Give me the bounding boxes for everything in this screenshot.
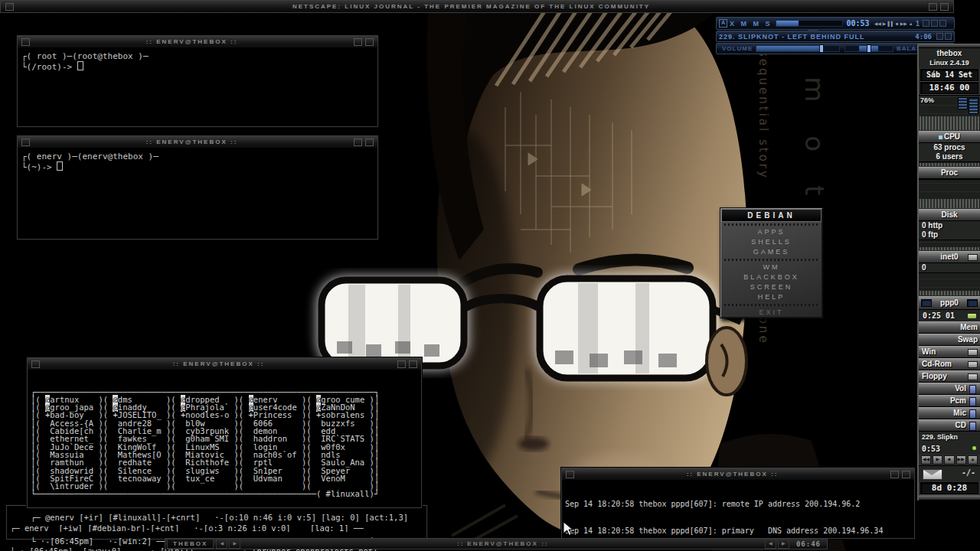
workspace-label[interactable]: THEBOX [167, 539, 214, 549]
seek-slider[interactable] [776, 20, 843, 27]
xmms-playlist-row[interactable]: 229. SLIPKNOT - LEFT BEHIND FULL 4:06 [716, 31, 955, 42]
vol-knob[interactable] [969, 385, 976, 394]
floppy-button[interactable] [968, 373, 978, 380]
menu-item-wm[interactable]: WM [720, 262, 822, 272]
mic-slider-panel[interactable]: Mic [919, 407, 980, 419]
cdrom-button[interactable] [968, 361, 978, 368]
irc-titlebar[interactable]: :: ENERV@THEBOX :: [28, 358, 421, 370]
floppy-label: Floppy [922, 371, 947, 382]
iconify-button[interactable] [929, 3, 937, 11]
iconify-button[interactable] [354, 139, 362, 146]
window-menu-button[interactable] [5, 3, 14, 11]
next-icon[interactable]: ▶▶ [900, 21, 907, 26]
menu-item-apps[interactable]: APPS [720, 227, 822, 237]
play-icon[interactable]: ▶ [883, 21, 887, 26]
xmms-logo-icon: A [719, 19, 727, 28]
play-indicator-led [972, 446, 976, 450]
ppp-connect-button[interactable] [967, 313, 977, 319]
stop-track-button[interactable]: ■ [944, 455, 954, 465]
win-panel[interactable]: Win [919, 346, 980, 358]
close-button[interactable] [939, 20, 946, 27]
menu-item-exit[interactable]: EXIT [720, 308, 822, 318]
inet-chart [919, 272, 980, 296]
iconify-button[interactable] [397, 360, 406, 368]
netscape-window-title: NETSCAPE: LINUX JOURNAL - THE PREMIER MA… [15, 3, 927, 10]
close-button[interactable] [409, 360, 417, 368]
playlist-shade-button[interactable] [936, 33, 943, 40]
mail-monitor[interactable]: -/- [919, 465, 980, 481]
vol-label: Vol [955, 383, 966, 394]
ppp-timer-panel[interactable]: 0:25 01 [919, 310, 980, 321]
window-menu-button[interactable] [21, 38, 30, 46]
cdrom-panel[interactable]: Cd-Rom [919, 358, 980, 370]
menu-item-games[interactable]: GAMES [720, 247, 822, 257]
close-button[interactable] [940, 3, 949, 11]
cpu-panel[interactable]: CPU [919, 131, 980, 143]
next-window-button[interactable]: ▶ [778, 539, 789, 549]
inet-panel[interactable]: inet0 [919, 251, 980, 263]
win-button[interactable] [968, 349, 978, 356]
iconify-button[interactable] [890, 471, 899, 478]
xmms-main-row[interactable]: A X M M S 00:53 ◀◀ ▶ ▌▌ ■ ▶▶ ▲ 1 [716, 17, 955, 30]
close-button[interactable] [365, 139, 374, 146]
cd-knob[interactable] [969, 422, 976, 431]
stop-icon[interactable]: ■ [896, 21, 899, 26]
irc-content[interactable]: ┌───────────────────────────────────────… [28, 370, 421, 551]
shade-button[interactable] [923, 20, 929, 27]
eject-track-button[interactable]: ▲ [968, 455, 978, 465]
cpu-krell [969, 97, 978, 114]
pcm-knob[interactable] [969, 397, 976, 406]
floppy-panel[interactable]: Floppy [919, 370, 980, 383]
balance-slider[interactable] [844, 45, 893, 52]
menu-item-shells[interactable]: SHELLS [720, 237, 822, 247]
netscape-window-titlebar[interactable]: NETSCAPE: LINUX JOURNAL - THE PREMIER MA… [0, 0, 954, 13]
play-track-button[interactable]: ▶ [933, 455, 942, 465]
menu-item-screen[interactable]: SCREEN [720, 282, 822, 292]
volume-label: VOLUME [722, 45, 753, 52]
prev-workspace-button[interactable]: ◀ [216, 539, 227, 549]
track-length: 4:06 [915, 33, 932, 41]
previous-icon[interactable]: ◀◀ [874, 21, 881, 26]
menu-item-help[interactable]: HELP [720, 292, 822, 302]
pause-icon[interactable]: ▌▌ [887, 21, 894, 26]
cd-slider-panel[interactable]: CD [919, 419, 980, 432]
terminal-root-content[interactable]: ┌( root )─(root@thebox )─└(/root)-> [18, 48, 377, 75]
gkrellm-bottom-frame[interactable] [919, 495, 980, 500]
wallpaper-word-sequential-story: sequential story [756, 51, 770, 180]
win-label: Win [922, 347, 936, 357]
next-workspace-button[interactable]: ▶ [229, 539, 240, 549]
mic-knob[interactable] [969, 409, 976, 419]
terminal-enerv-content[interactable]: ┌( enerv )─(enerv@thebox )─└(~)-> [18, 148, 377, 175]
prev-track-button[interactable]: ◀◀ [921, 455, 931, 465]
proc-panel[interactable]: Proc [919, 167, 980, 179]
syslog-titlebar[interactable]: :: ENERV@THEBOX :: [562, 468, 914, 481]
terminal-enerv-titlebar[interactable]: :: ENERV@THEBOX :: [18, 136, 377, 148]
irc-nick-list: ┌───────────────────────────────────────… [31, 388, 418, 498]
pcm-slider-panel[interactable]: Pcm [919, 395, 980, 407]
current-track-title: 229. SLIPKNOT - LEFT BEHIND FULL [719, 33, 912, 41]
window-menu-button[interactable] [21, 139, 30, 146]
window-menu-button[interactable] [566, 471, 574, 478]
volume-slider-panel[interactable]: Vol [919, 383, 980, 395]
ppp-panel[interactable]: ppp0 [919, 296, 980, 310]
swap-panel[interactable]: Swap [919, 334, 980, 346]
gkrellm-track-title: 229. Slipkn [919, 432, 980, 443]
ftp-count: 0 ftp [919, 230, 980, 240]
window-menu-button[interactable] [31, 360, 40, 368]
terminal-root-titlebar[interactable]: :: ENERV@THEBOX :: [18, 36, 377, 48]
mem-panel[interactable]: Mem [919, 321, 980, 334]
volume-slider[interactable] [756, 45, 840, 52]
iconify-button[interactable] [354, 38, 362, 46]
gkrellm-track-time: 0:53 [922, 445, 940, 453]
minimize-button[interactable] [931, 20, 938, 27]
eject-icon[interactable]: ▲ [909, 21, 913, 26]
playlist-close-button[interactable] [945, 33, 952, 40]
mouse-cursor [563, 521, 575, 536]
inet-button[interactable] [968, 254, 978, 261]
close-button[interactable] [365, 38, 374, 46]
disk-panel[interactable]: Disk [919, 209, 980, 221]
prev-window-button[interactable]: ◀ [765, 539, 776, 549]
next-track-button[interactable]: ▶▶ [956, 455, 966, 465]
menu-item-blackbox[interactable]: BLACKBOX [720, 272, 822, 282]
close-button[interactable] [902, 471, 910, 478]
